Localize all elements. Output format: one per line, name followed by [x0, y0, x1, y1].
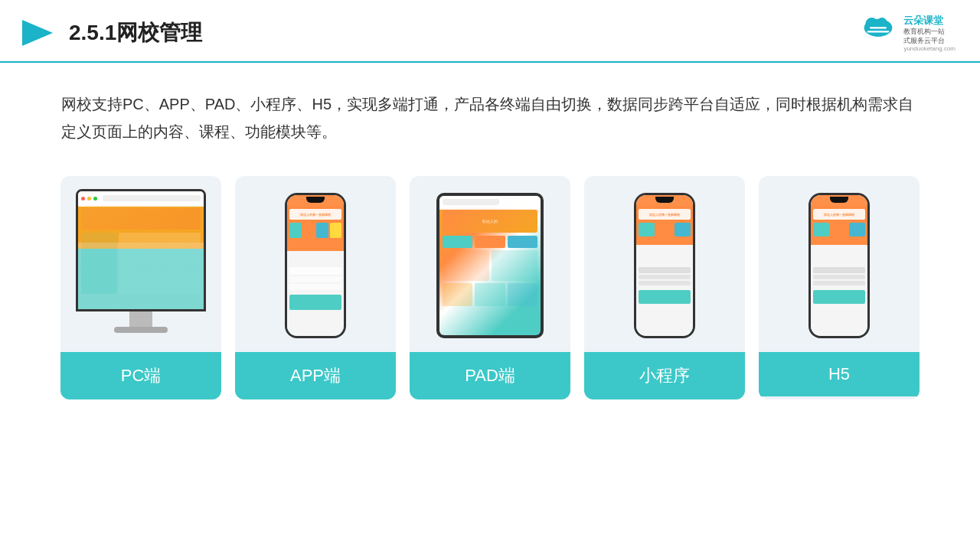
brand-url: yunduoketang.com [903, 45, 956, 52]
phone-miniapp-icon: 职达人的第一堂刷课程 [634, 193, 695, 338]
header: 2.5.1网校管理 云朵课堂 教育机构一站式服务云平台 yunduoketang… [0, 0, 980, 63]
brand-tagline: 教育机构一站式服务云平台 [903, 28, 956, 45]
card-app: 职达人的第一堂刷课程 [235, 176, 396, 399]
card-app-label: APP端 [235, 352, 396, 399]
brand-text: 云朵课堂 教育机构一站式服务云平台 yunduoketang.com [903, 14, 956, 52]
card-miniapp: 职达人的第一堂刷课程 [584, 176, 745, 399]
card-app-image: 职达人的第一堂刷课程 [235, 176, 396, 352]
phone-app-icon: 职达人的第一堂刷课程 [285, 193, 346, 338]
brand-cloud-icon [859, 14, 897, 44]
cards-container: PC端 职达人的第一堂刷课程 [0, 161, 980, 415]
card-pc-image [60, 176, 221, 352]
card-h5: 职达人的第一堂刷课程 [759, 176, 920, 399]
arrow-logo-icon [18, 14, 57, 52]
tablet-pad-icon: 职达人的 [436, 193, 544, 338]
card-pc-label: PC端 [60, 352, 221, 399]
description-text: 网校支持PC、APP、PAD、小程序、H5，实现多端打通，产品各终端自由切换，数… [0, 63, 980, 161]
brand-name: 云朵课堂 [903, 14, 956, 28]
card-miniapp-label: 小程序 [584, 352, 745, 399]
brand-logo: 云朵课堂 教育机构一站式服务云平台 yunduoketang.com [859, 14, 956, 52]
description-paragraph: 网校支持PC、APP、PAD、小程序、H5，实现多端打通，产品各终端自由切换，数… [61, 90, 919, 145]
card-pad-image: 职达人的 [410, 176, 570, 352]
svg-marker-0 [22, 20, 53, 46]
card-h5-image: 职达人的第一堂刷课程 [759, 176, 920, 352]
svg-point-3 [877, 18, 887, 28]
header-left: 2.5.1网校管理 [18, 14, 202, 52]
phone-h5-icon: 职达人的第一堂刷课程 [808, 193, 870, 338]
pc-monitor-icon [76, 189, 206, 342]
card-h5-label: H5 [759, 352, 920, 396]
page-title: 2.5.1网校管理 [69, 18, 202, 47]
card-pc: PC端 [60, 176, 221, 399]
card-pad-label: PAD端 [410, 352, 570, 399]
card-miniapp-image: 职达人的第一堂刷课程 [584, 176, 745, 352]
card-pad: 职达人的 [410, 176, 570, 399]
